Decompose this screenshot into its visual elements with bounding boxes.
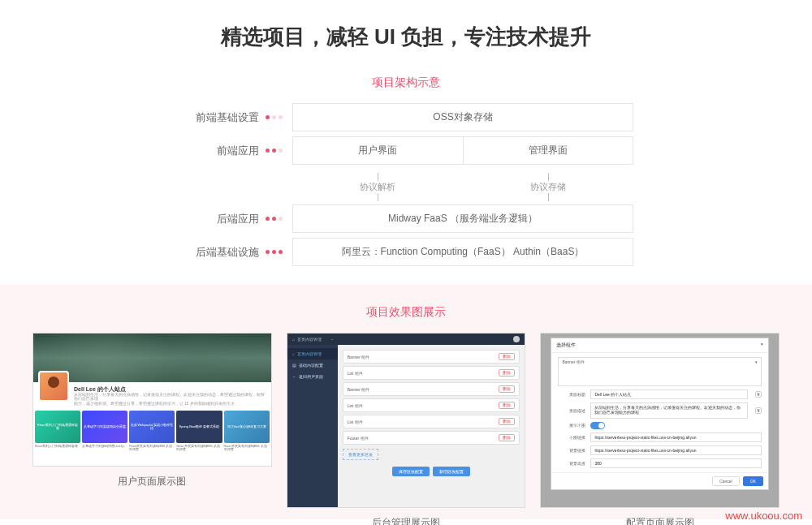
delete-button[interactable]: 删除 [499, 369, 515, 377]
course-card: 社群Webpack4 实战小教程完结 [129, 411, 175, 443]
thumbnail: 选择组件 × Banner 组件▾ 页面标题Dell Lee 的个人站点🗑 页面… [540, 333, 780, 508]
avatar [38, 371, 69, 402]
delete-button[interactable]: 删除 [499, 385, 515, 393]
title-input[interactable]: Dell Lee 的个人站点 [590, 389, 748, 399]
delete-button[interactable]: 删除 [499, 418, 515, 425]
back-icon: ← [330, 337, 335, 342]
arch-cell: Midway FaaS （服务端业务逻辑） [292, 204, 633, 233]
thumbnail: Dell Lee 的个人站点 从前端到生活，分享每天的点滴感悟，记录值得关注的课… [32, 333, 272, 467]
arch-row: 前端基础设置 OSS对象存储 [179, 103, 633, 131]
delete-icon[interactable]: 🗑 [755, 391, 762, 398]
arch-row: 后端基础设施 阿里云：Function Computing（FaaS） Auth… [179, 238, 633, 266]
delete-button[interactable]: 删除 [499, 402, 515, 409]
list-item: Footer 组件删除 [343, 431, 520, 445]
list-item: List 组件删除 [343, 366, 520, 380]
sidebar-item[interactable]: ⌂首页内容管理 [287, 348, 338, 359]
view-more-link[interactable]: 查看更多区块 [343, 449, 378, 460]
arch-label: 后端应用 [179, 204, 292, 233]
gallery-caption: 后台管理展示图 [287, 516, 526, 525]
link-input[interactable]: https://serverless-project-static-files.… [590, 432, 762, 442]
avatar [513, 336, 520, 342]
config-modal: 选择组件 × Banner 组件▾ 页面标题Dell Lee 的个人站点🗑 页面… [551, 338, 769, 490]
course-card: 深入Vue核心源码/复习大赛 [224, 411, 270, 443]
cancel-button[interactable]: Cancel [712, 476, 740, 486]
chevron-down-icon: ▾ [755, 359, 758, 384]
list-item: Banner 组件删除 [343, 382, 520, 396]
architecture-section-title: 项目架构示意 [0, 75, 812, 90]
gallery-item-config: 选择组件 × Banner 组件▾ 页面标题Dell Lee 的个人站点🗑 页面… [540, 333, 780, 508]
arch-connectors: 协议解析 协议存储 [292, 170, 633, 204]
sidebar-item[interactable]: ▤基础内容配置 [287, 359, 338, 371]
arch-cell: 用户界面 [292, 136, 464, 165]
arch-label: 前端基础设置 [179, 103, 292, 131]
course-card: React系列入门到精通课程套装 [35, 411, 80, 443]
gallery-caption: 用户页面展示图 [32, 475, 272, 488]
list-item: List 组件删除 [343, 398, 520, 412]
screenshot-gallery: Dell Lee 的个人站点 从前端到生活，分享每天的点滴感悟，记录值得关注的课… [32, 333, 780, 508]
save-button[interactable]: 保存区块配置 [392, 467, 430, 476]
delete-button[interactable]: 删除 [499, 434, 515, 441]
delete-icon[interactable]: 🗑 [755, 407, 762, 414]
arch-row: 后端应用 Midway FaaS （服务端业务逻辑） [179, 204, 633, 233]
toggle-switch[interactable] [590, 422, 605, 429]
desc-input[interactable]: 从前端到生活，分享每天的点滴感悟，记录值得关注的课程。欢迎关我的动态，你我们自己… [590, 402, 748, 419]
add-button[interactable]: 新增区块配置 [433, 467, 470, 476]
sidebar: ⌂首页内容管理 ▤基础内容配置 ←返回用户页面 [287, 345, 338, 507]
arch-label: 后端基础设施 [179, 238, 292, 266]
arch-label: 前端应用 [179, 136, 292, 165]
gallery-item-admin: ⌂首页内容管理← ⌂首页内容管理 ▤基础内容配置 ←返回用户页面 Banner … [287, 333, 526, 508]
close-icon[interactable]: × [760, 342, 763, 349]
home-icon: ⌂ [292, 337, 295, 342]
list-item: List 组件删除 [343, 415, 520, 428]
page-title: 精选项目，减轻 UI 负担，专注技术提升 [0, 0, 812, 66]
ok-button[interactable]: OK [743, 476, 763, 486]
gallery-section-title: 项目效果图展示 [32, 305, 780, 320]
arch-row: 前端应用 用户界面 管理界面 [179, 136, 633, 165]
course-card: Spring Boot教程 套餐式系统 [176, 411, 222, 443]
modal-title: 选择组件 [556, 342, 576, 349]
watermark: www.ukoou.com [725, 510, 802, 522]
course-card: 从基础学习到实战项目全覆盖 [82, 411, 127, 443]
profile-name: Dell Lee 的个人站点 [74, 385, 266, 393]
link-input[interactable]: https://serverless-project-static-files.… [590, 445, 762, 455]
delete-button[interactable]: 删除 [499, 353, 515, 360]
architecture-diagram: 前端基础设置 OSS对象存储 前端应用 用户界面 管理界面 协议解析 协议存储 … [179, 103, 633, 266]
gallery-item-user-page: Dell Lee 的个人站点 从前端到生活，分享每天的点滴感悟，记录值得关注的课… [32, 333, 272, 508]
height-input[interactable]: 380 [590, 458, 762, 468]
arch-cell: OSS对象存储 [292, 103, 633, 131]
thumbnail: ⌂首页内容管理← ⌂首页内容管理 ▤基础内容配置 ←返回用户页面 Banner … [287, 333, 526, 508]
component-select[interactable]: Banner 组件▾ [558, 357, 762, 386]
arch-cell: 阿里云：Function Computing（FaaS） Authin（BaaS… [292, 238, 633, 266]
arch-cell: 管理界面 [464, 136, 634, 165]
sidebar-item[interactable]: ←返回用户页面 [287, 371, 338, 382]
list-item: Banner 组件删除 [343, 350, 520, 364]
